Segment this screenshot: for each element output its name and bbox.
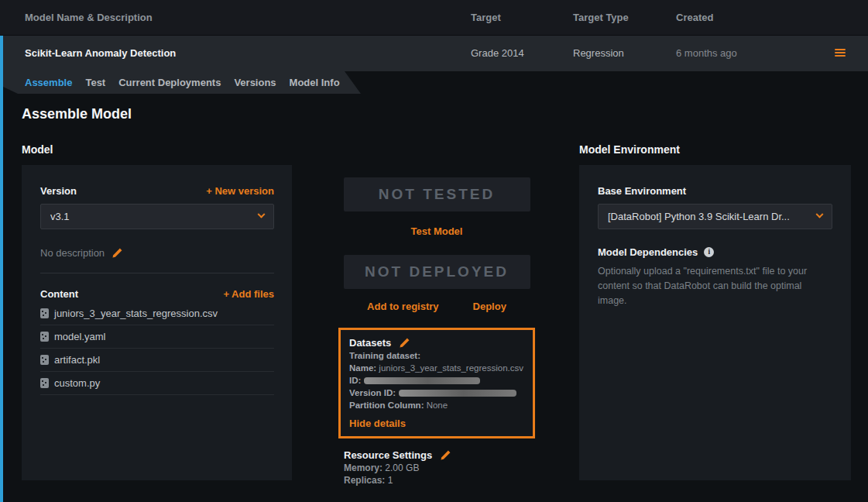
datasets-box: Datasets Training dataset: Name: juniors… [338, 328, 535, 438]
add-files-button[interactable]: + Add files [223, 288, 274, 300]
file-name: model.yaml [54, 331, 105, 342]
status-column: NOT TESTED Test Model NOT DEPLOYED Add t… [338, 177, 535, 487]
description-placeholder: No description [40, 247, 105, 259]
dataset-version-id-redacted [399, 390, 516, 397]
file-name: custom.py [54, 377, 100, 389]
resource-settings: Resource Settings Memory: 2.00 GB Replic… [338, 449, 535, 487]
selected-row-accent-bar [0, 36, 3, 502]
column-header-created: Created [676, 0, 713, 36]
model-target: Grade 2014 [471, 36, 524, 71]
column-header-target: Target [471, 0, 501, 36]
partition-column-label: Partition Column: [349, 401, 424, 410]
info-icon[interactable]: i [704, 247, 714, 257]
divider [40, 273, 274, 273]
dataset-id-label: ID: [349, 376, 361, 385]
content-file-list: juniors_3_year_stats_regression.csv mode… [40, 302, 274, 395]
replicas-label: Replicas: [344, 475, 385, 486]
partition-column-value: None [427, 401, 448, 410]
dataset-id-redacted [364, 377, 480, 384]
tab-versions[interactable]: Versions [234, 77, 276, 88]
tab-model-info[interactable]: Model Info [290, 77, 340, 88]
model-panel: Version + New version v3.1 No descriptio… [22, 165, 292, 480]
table-header-bar: Model Name & Description Target Target T… [0, 0, 868, 36]
hide-details-link[interactable]: Hide details [349, 418, 406, 429]
version-select-value: v3.1 [50, 211, 70, 222]
base-environment-select[interactable]: [DataRobot] Python 3.9 Scikit-Learn Dr..… [598, 204, 832, 229]
chevron-down-icon [258, 211, 266, 218]
model-target-type: Regression [573, 36, 624, 71]
resource-settings-title: Resource Settings [344, 449, 432, 461]
replicas-value: 1 [388, 475, 393, 486]
file-icon [40, 308, 49, 318]
test-status-badge: NOT TESTED [344, 177, 530, 211]
deploy-button[interactable]: Deploy [473, 301, 506, 312]
dataset-version-id-label: Version ID: [349, 388, 396, 397]
file-row[interactable]: artifact.pkl [40, 349, 274, 372]
version-label: Version [40, 185, 77, 197]
deploy-status-badge: NOT DEPLOYED [344, 255, 530, 289]
file-icon [40, 355, 49, 365]
environment-section-label: Model Environment [579, 143, 680, 156]
file-name: artifact.pkl [54, 354, 100, 366]
training-dataset-label: Training dataset: [349, 351, 420, 360]
file-icon [40, 378, 49, 388]
model-table-row[interactable]: Scikit-Learn Anomaly Detection Grade 201… [0, 36, 868, 71]
memory-value: 2.00 GB [385, 462, 419, 473]
file-row[interactable]: model.yaml [40, 325, 274, 349]
file-row[interactable]: juniors_3_year_stats_regression.csv [40, 302, 274, 325]
memory-label: Memory: [344, 462, 383, 473]
tab-current-deployments[interactable]: Current Deployments [118, 77, 221, 88]
base-environment-value: [DataRobot] Python 3.9 Scikit-Learn Dr..… [608, 211, 790, 222]
page-title: Assemble Model [22, 106, 132, 122]
datasets-title: Datasets [349, 337, 391, 349]
row-menu-icon[interactable] [835, 49, 846, 58]
environment-panel: Base Environment [DataRobot] Python 3.9 … [579, 165, 851, 480]
base-environment-label: Base Environment [598, 185, 686, 197]
column-header-target-type: Target Type [573, 0, 629, 36]
model-created: 6 months ago [676, 36, 737, 71]
model-section-label: Model [22, 143, 53, 156]
model-name: Scikit-Learn Anomaly Detection [25, 36, 176, 71]
edit-datasets-icon[interactable] [399, 337, 410, 349]
version-select[interactable]: v3.1 [40, 204, 274, 229]
file-name: juniors_3_year_stats_regression.csv [54, 308, 218, 319]
add-to-registry-button[interactable]: Add to registry [367, 301, 438, 312]
dataset-name-value: juniors_3_year_stats_regression.csv [379, 363, 523, 373]
new-version-button[interactable]: + New version [206, 185, 274, 197]
edit-description-icon[interactable] [112, 247, 123, 259]
file-row[interactable]: custom.py [40, 372, 274, 395]
tab-assemble[interactable]: Assemble [25, 77, 72, 88]
column-header-model-name: Model Name & Description [25, 0, 153, 36]
tab-test[interactable]: Test [85, 77, 105, 88]
test-model-button[interactable]: Test Model [411, 225, 463, 237]
edit-resource-settings-icon[interactable] [440, 449, 451, 461]
dataset-name-label: Name: [349, 363, 376, 373]
file-icon [40, 332, 49, 342]
chevron-down-icon [816, 211, 824, 218]
dependencies-help-text: Optionally upload a "requirements.txt" f… [598, 264, 832, 308]
model-tabs: Assemble Test Current Deployments Versio… [3, 71, 364, 94]
model-dependencies-label: Model Dependencies [598, 246, 698, 258]
content-label: Content [40, 288, 78, 300]
